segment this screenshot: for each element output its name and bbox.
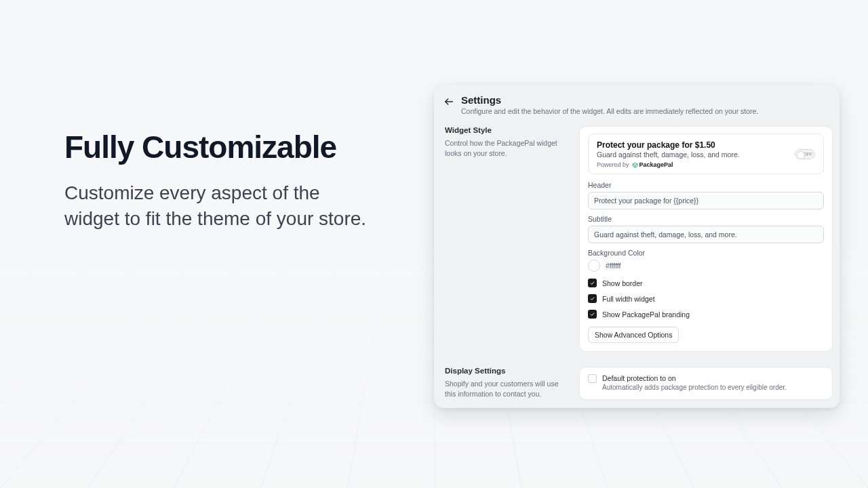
package-icon <box>632 162 638 168</box>
subtitle-field-label: Subtitle <box>588 215 824 223</box>
bg-color-label: Background Color <box>588 249 824 257</box>
display-settings-heading: Display Settings <box>445 367 570 375</box>
checkmark-icon <box>589 280 595 286</box>
full-width-checkbox[interactable] <box>588 294 597 303</box>
bg-color-hex: #ffffff <box>606 262 620 270</box>
preview-title: Protect your package for $1.50 <box>597 140 740 150</box>
full-width-row[interactable]: Full width widget <box>588 294 824 303</box>
checkmark-icon <box>589 311 595 317</box>
default-protection-label: Default protection to on <box>602 374 787 382</box>
preview-subtitle: Guard against theft, damage, loss, and m… <box>597 150 740 159</box>
header-input[interactable] <box>588 192 824 209</box>
header-field-label: Header <box>588 181 824 189</box>
brand-name: PackagePal <box>639 161 673 168</box>
default-protection-help: Automatically adds package protection to… <box>602 384 787 391</box>
widget-preview: Protect your package for $1.50 Guard aga… <box>588 134 824 174</box>
show-advanced-button[interactable]: Show Advanced Options <box>588 327 679 343</box>
widget-style-description: Control how the PackagePal widget looks … <box>445 138 570 159</box>
settings-panel: Settings Configure and edit the behavior… <box>434 85 840 408</box>
marketing-headline: Fully Customizable <box>64 129 376 165</box>
widget-style-heading: Widget Style <box>445 126 570 134</box>
toggle-state-label: OFF <box>803 152 812 157</box>
display-settings-description: Shopify and your customers will use this… <box>445 379 570 399</box>
marketing-copy: Fully Customizable Customize every aspec… <box>64 129 376 232</box>
show-border-checkbox[interactable] <box>588 279 597 287</box>
default-protection-row[interactable]: Default protection to on Automatically a… <box>588 374 824 391</box>
subtitle-input[interactable] <box>588 226 824 243</box>
display-settings-card: Default protection to on Automatically a… <box>579 367 833 400</box>
packagepal-brand-badge: PackagePal <box>632 161 673 168</box>
settings-header: Settings Configure and edit the behavior… <box>441 92 833 121</box>
back-arrow-icon[interactable] <box>443 96 454 107</box>
preview-powered-by: Powered by PackagePal <box>597 161 740 168</box>
show-branding-label: Show PackagePal branding <box>602 310 690 319</box>
default-protection-checkbox[interactable] <box>588 374 597 383</box>
show-border-row[interactable]: Show border <box>588 279 824 287</box>
widget-style-section: Widget Style Control how the PackagePal … <box>441 121 833 352</box>
page-subtitle: Configure and edit the behavior of the w… <box>461 107 758 115</box>
checkmark-icon <box>589 296 595 302</box>
display-settings-section: Display Settings Shopify and your custom… <box>441 361 833 400</box>
full-width-label: Full width widget <box>602 295 655 303</box>
show-branding-row[interactable]: Show PackagePal branding <box>588 310 824 319</box>
bg-color-swatch[interactable] <box>588 260 600 272</box>
powered-by-prefix: Powered by <box>597 161 629 168</box>
show-branding-checkbox[interactable] <box>588 310 597 319</box>
bg-color-row: #ffffff <box>588 260 824 272</box>
show-border-label: Show border <box>602 279 643 287</box>
protection-toggle[interactable]: OFF <box>795 149 815 159</box>
widget-style-intro: Widget Style Control how the PackagePal … <box>442 126 570 352</box>
display-settings-intro: Display Settings Shopify and your custom… <box>442 367 570 400</box>
widget-style-card: Protect your package for $1.50 Guard aga… <box>579 126 833 352</box>
marketing-subhead: Customize every aspect of the widget to … <box>64 180 376 232</box>
page-title: Settings <box>461 94 758 106</box>
